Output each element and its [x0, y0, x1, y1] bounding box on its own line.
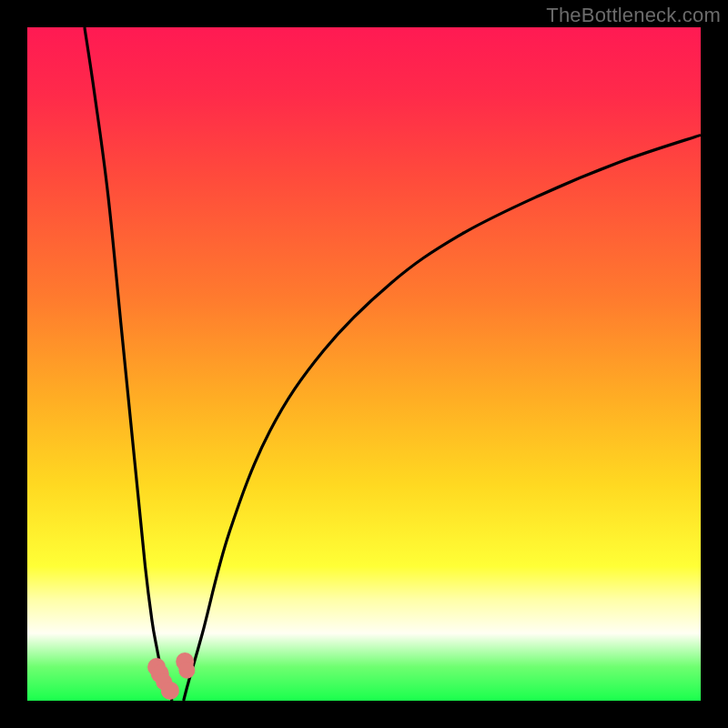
curve-layer	[27, 27, 701, 701]
data-marker	[178, 662, 195, 679]
marker-group	[147, 652, 195, 700]
plot-area	[27, 27, 701, 701]
chart-frame: TheBottleneck.com	[0, 0, 728, 728]
right-branch-curve	[184, 135, 701, 701]
data-marker	[161, 682, 179, 700]
watermark-text: TheBottleneck.com	[546, 4, 721, 27]
left-branch-curve	[85, 27, 172, 701]
